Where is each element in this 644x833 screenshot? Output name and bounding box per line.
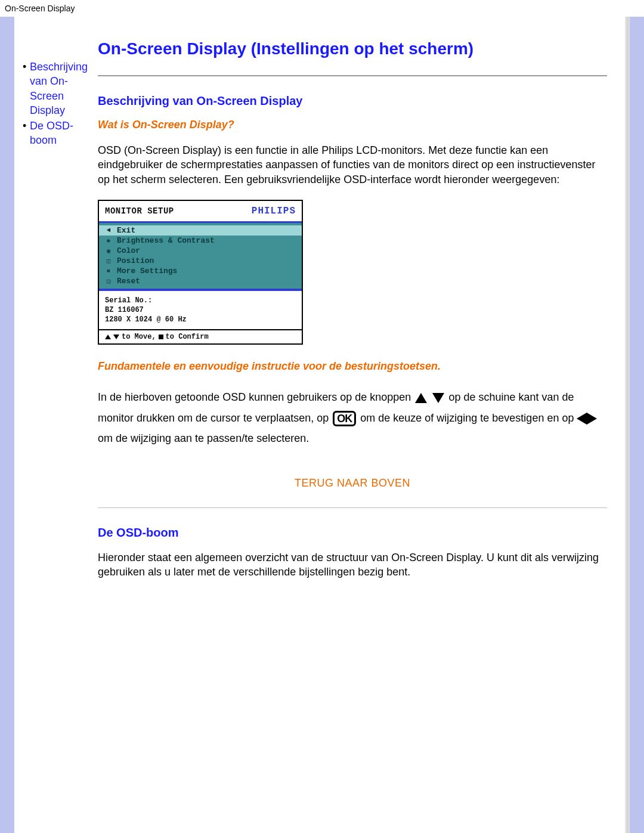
sidebar-item-description[interactable]: Beschrijving van On-Screen Display xyxy=(23,60,94,117)
osd-item-reset: ◲ Reset xyxy=(99,276,302,286)
document-header-title: On-Screen Display xyxy=(0,0,644,17)
osd-footer: to Move, to Confirm xyxy=(99,329,302,343)
osd-item-color: ◉ Color xyxy=(99,246,302,256)
osd-item-label: Position xyxy=(117,256,154,265)
arrow-right-icon xyxy=(587,413,597,425)
osd-item-label: Reset xyxy=(117,277,140,286)
osd-item-label: Color xyxy=(117,246,140,255)
osd-serial-value: BZ 116067 xyxy=(105,305,296,315)
osd-footer-confirm: to Confirm xyxy=(166,333,209,341)
divider xyxy=(98,75,607,76)
brightness-icon: ✺ xyxy=(105,237,112,244)
osd-item-position: ◫ Position xyxy=(99,256,302,266)
sidebar-link-osd-tree[interactable]: De OSD-boom xyxy=(30,120,73,146)
arrow-left-icon xyxy=(577,413,587,425)
main-content: On-Screen Display (Instellingen op het s… xyxy=(95,29,626,593)
instruction-subheading: Fundamentele en eenvoudige instructie vo… xyxy=(98,360,607,373)
arrow-down-icon xyxy=(432,393,444,403)
arrow-up-icon xyxy=(415,393,427,403)
paragraph-osd-tree: Hieronder staat een algemeen overzicht v… xyxy=(98,550,607,580)
more-settings-icon: ✖ xyxy=(105,267,112,274)
text-fragment: om de wijziging aan te passen/te selecte… xyxy=(98,432,309,444)
back-to-top-link[interactable]: TERUG NAAR BOVEN xyxy=(295,477,410,489)
exit-icon: ◄ xyxy=(105,227,112,234)
osd-item-more-settings: ✖ More Settings xyxy=(99,266,302,276)
osd-serial-label: Serial No.: xyxy=(105,296,296,305)
osd-item-label: Brightness & Contrast xyxy=(117,236,215,245)
osd-mode: 1280 X 1024 @ 60 Hz xyxy=(105,315,296,324)
color-icon: ◉ xyxy=(105,247,112,254)
section-heading-osd-tree: De OSD-boom xyxy=(98,526,607,540)
osd-menu: ◄ Exit ✺ Brightness & Contrast ◉ Color xyxy=(99,221,302,290)
osd-brand-logo: PHILIPS xyxy=(252,206,296,216)
osd-item-label: More Settings xyxy=(117,267,177,275)
page-inner: Beschrijving van On-Screen Display De OS… xyxy=(14,17,630,833)
ok-button-icon: OK xyxy=(333,411,356,426)
divider xyxy=(98,507,607,508)
text-fragment: om de keuze of wijziging te bevestigen e… xyxy=(360,412,577,424)
osd-item-brightness: ✺ Brightness & Contrast xyxy=(99,236,302,246)
arrow-up-icon xyxy=(105,335,111,339)
page-outer: Beschrijving van On-Screen Display De OS… xyxy=(0,17,644,833)
sidebar-item-osd-tree[interactable]: De OSD-boom xyxy=(23,119,94,148)
page-title: On-Screen Display (Instellingen op het s… xyxy=(98,39,607,58)
section-heading-description: Beschrijving van On-Screen Display xyxy=(98,94,607,108)
text-fragment: In de hierboven getoonde OSD kunnen gebr… xyxy=(98,391,414,403)
osd-info: Serial No.: BZ 116067 1280 X 1024 @ 60 H… xyxy=(99,290,302,330)
sidebar-link-description[interactable]: Beschrijving van On-Screen Display xyxy=(30,61,88,116)
osd-item-exit: ◄ Exit xyxy=(99,225,302,236)
position-icon: ◫ xyxy=(105,257,112,264)
osd-item-label: Exit xyxy=(117,226,135,235)
sidebar: Beschrijving van On-Screen Display De OS… xyxy=(18,29,95,149)
section-subheading-what-is-osd: Wat is On-Screen Display? xyxy=(98,119,607,131)
paragraph-controls: In de hierboven getoonde OSD kunnen gebr… xyxy=(98,387,607,448)
arrow-down-icon xyxy=(113,335,119,339)
right-shadow xyxy=(625,17,628,833)
back-to-top[interactable]: TERUG NAAR BOVEN xyxy=(98,477,607,490)
confirm-square-icon xyxy=(159,335,163,339)
osd-footer-move: to Move, xyxy=(122,333,156,341)
paragraph-osd-description: OSD (On-Screen Display) is een functie i… xyxy=(98,143,607,187)
reset-icon: ◲ xyxy=(105,277,112,284)
osd-title: MONITOR SETUP xyxy=(105,206,174,216)
osd-screenshot: MONITOR SETUP PHILIPS ◄ Exit ✺ Brightnes… xyxy=(98,200,303,345)
